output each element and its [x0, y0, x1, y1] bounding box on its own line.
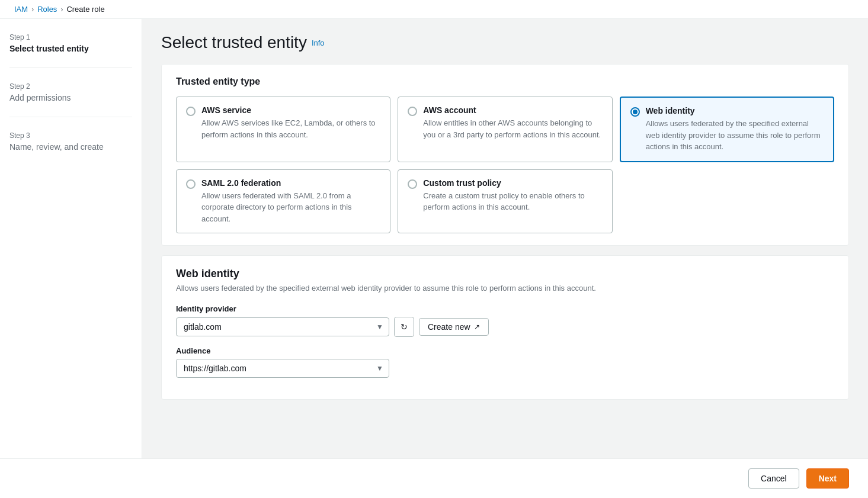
web-identity-section: Web identity Allows users federated by t…: [161, 255, 849, 400]
step-2-label: Add permissions: [9, 93, 132, 102]
entity-option-aws-service[interactable]: AWS service Allow AWS services like EC2,…: [176, 97, 390, 162]
radio-aws-account: [408, 107, 417, 116]
entity-grid: AWS service Allow AWS services like EC2,…: [176, 97, 834, 233]
breadcrumb-iam[interactable]: IAM: [14, 5, 28, 14]
radio-aws-service: [186, 107, 196, 116]
entity-name-web-identity: Web identity: [646, 106, 824, 115]
breadcrumb-sep-1: ›: [31, 5, 34, 14]
create-new-label: Create new: [428, 322, 470, 332]
page-title: Select trusted entity: [161, 33, 307, 52]
sidebar-step-3: Step 3 Name, review, and create: [9, 131, 132, 166]
entity-name-custom-trust: Custom trust policy: [423, 178, 602, 188]
sidebar-step-1: Step 1 Select trusted entity: [9, 33, 132, 68]
sidebar-step-2: Step 2 Add permissions: [9, 82, 132, 117]
entity-desc-aws-service: Allow AWS services like EC2, Lambda, or …: [201, 117, 380, 140]
entity-option-aws-account[interactable]: AWS account Allow entities in other AWS …: [398, 97, 612, 162]
audience-label: Audience: [176, 346, 834, 355]
identity-provider-field: Identity provider gitlab.com accounts.go…: [176, 304, 834, 337]
entity-content-aws-service: AWS service Allow AWS services like EC2,…: [201, 105, 380, 140]
identity-provider-select[interactable]: gitlab.com accounts.google.com graph.fac…: [176, 317, 389, 336]
refresh-icon: ↻: [401, 322, 408, 332]
step-1-label: Select trusted entity: [9, 44, 132, 53]
radio-web-identity: [630, 107, 640, 117]
entity-desc-web-identity: Allows users federated by the specified …: [646, 118, 824, 153]
trusted-entity-title: Trusted entity type: [176, 76, 834, 87]
trusted-entity-card: Trusted entity type AWS service Allow AW…: [161, 64, 849, 246]
entity-option-custom-trust[interactable]: Custom trust policy Create a custom trus…: [398, 169, 612, 234]
entity-option-saml[interactable]: SAML 2.0 federation Allow users federate…: [176, 169, 390, 234]
next-button[interactable]: Next: [806, 468, 849, 489]
page-header: Select trusted entity Info: [161, 33, 849, 52]
entity-name-aws-account: AWS account: [423, 105, 602, 115]
radio-saml: [186, 179, 196, 189]
sidebar: Step 1 Select trusted entity Step 2 Add …: [0, 19, 142, 458]
top-bar: IAM › Roles › Create role: [0, 0, 868, 19]
breadcrumb-sep-2: ›: [60, 5, 63, 14]
step-3-number: Step 3: [9, 131, 132, 140]
audience-select-wrapper: https://gitlab.com ▼: [176, 359, 389, 378]
external-link-icon: ↗: [474, 323, 480, 331]
radio-custom-trust: [408, 179, 417, 189]
entity-option-web-identity[interactable]: Web identity Allows users federated by t…: [620, 97, 834, 162]
main-layout: Step 1 Select trusted entity Step 2 Add …: [0, 19, 868, 458]
entity-content-saml: SAML 2.0 federation Allow users federate…: [201, 178, 380, 225]
refresh-button[interactable]: ↻: [394, 317, 414, 337]
breadcrumb-roles[interactable]: Roles: [37, 5, 57, 14]
web-identity-section-desc: Allows users federated by the specified …: [176, 284, 834, 293]
entity-desc-saml: Allow users federated with SAML 2.0 from…: [201, 190, 380, 225]
step-3-label: Name, review, and create: [9, 142, 132, 152]
identity-provider-select-wrapper: gitlab.com accounts.google.com graph.fac…: [176, 317, 389, 336]
identity-provider-label: Identity provider: [176, 304, 834, 313]
breadcrumb-current: Create role: [66, 5, 104, 14]
identity-provider-row: gitlab.com accounts.google.com graph.fac…: [176, 317, 834, 337]
entity-desc-aws-account: Allow entities in other AWS accounts bel…: [423, 117, 602, 140]
step-1-number: Step 1: [9, 33, 132, 41]
footer-bar: Cancel Next: [0, 458, 868, 498]
create-new-button[interactable]: Create new ↗: [419, 318, 489, 336]
breadcrumb: IAM › Roles › Create role: [14, 5, 854, 14]
entity-name-saml: SAML 2.0 federation: [201, 178, 380, 188]
entity-content-web-identity: Web identity Allows users federated by t…: [646, 106, 824, 153]
audience-select[interactable]: https://gitlab.com: [176, 359, 389, 378]
info-link[interactable]: Info: [312, 38, 325, 47]
entity-name-aws-service: AWS service: [201, 105, 380, 115]
page-container: IAM › Roles › Create role Step 1 Select …: [0, 0, 868, 498]
content-area: Select trusted entity Info Trusted entit…: [142, 19, 868, 458]
entity-content-custom-trust: Custom trust policy Create a custom trus…: [423, 178, 602, 213]
audience-field: Audience https://gitlab.com ▼: [176, 346, 834, 378]
web-identity-section-title: Web identity: [176, 268, 834, 280]
entity-desc-custom-trust: Create a custom trust policy to enable o…: [423, 190, 602, 213]
entity-content-aws-account: AWS account Allow entities in other AWS …: [423, 105, 602, 140]
cancel-button[interactable]: Cancel: [748, 468, 799, 489]
step-2-number: Step 2: [9, 82, 132, 91]
